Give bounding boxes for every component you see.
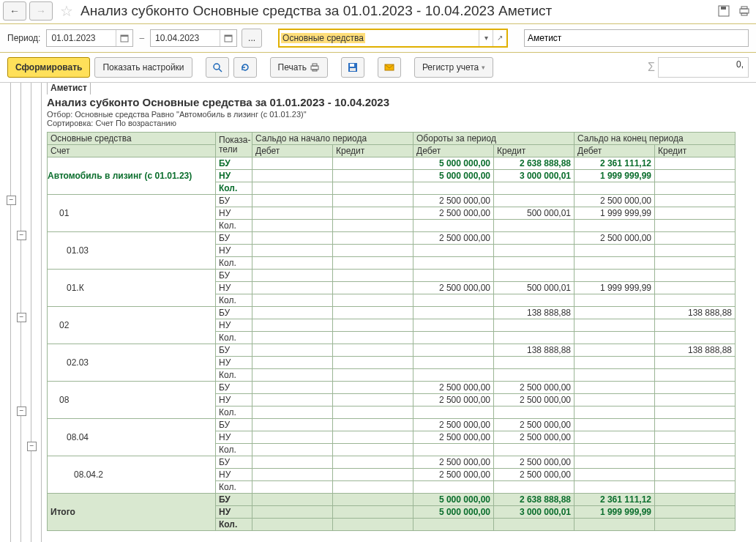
value-cell [333, 195, 413, 207]
outline-toggle[interactable]: − [17, 231, 26, 240]
value-cell [333, 332, 413, 344]
svg-rect-2 [740, 9, 749, 13]
value-cell: 1 999 999,99 [575, 170, 655, 182]
subconto-dropdown-icon[interactable]: ▾ [479, 30, 493, 46]
org-combo[interactable] [524, 29, 749, 47]
value-cell [655, 456, 736, 469]
value-cell [655, 282, 736, 294]
value-cell [333, 357, 413, 369]
value-cell [655, 431, 736, 444]
value-cell [655, 157, 736, 170]
value-cell [252, 469, 333, 481]
indicator-cell: Кол. [216, 444, 252, 456]
indicator-cell: НУ [216, 319, 252, 332]
value-cell [252, 394, 333, 406]
date-to-box[interactable] [150, 29, 237, 47]
mail-button[interactable] [378, 57, 401, 78]
row-name: 08.04.2 [48, 456, 216, 494]
table-row: 02.03БУ138 888,88138 888,88 [48, 344, 736, 357]
value-cell [655, 494, 736, 506]
outline-toggle[interactable]: − [17, 313, 26, 322]
outline-toggle[interactable]: − [27, 442, 37, 451]
value-cell [252, 406, 333, 419]
indicator-cell: НУ [216, 282, 252, 294]
date-from-box[interactable] [46, 29, 133, 47]
value-cell [655, 506, 736, 519]
save-button[interactable] [341, 57, 364, 78]
value-cell [252, 431, 333, 444]
value-cell [494, 294, 575, 307]
value-cell [252, 419, 333, 431]
value-cell: 2 638 888,88 [494, 157, 575, 170]
value-cell [575, 182, 655, 195]
value-cell [575, 344, 655, 357]
date-from-input[interactable] [47, 31, 116, 45]
indicator-cell: БУ [216, 307, 252, 319]
row-name: 01.03 [48, 232, 216, 270]
value-cell [494, 270, 575, 282]
value-cell: 2 500 000,00 [413, 195, 494, 207]
refresh-button[interactable] [233, 57, 257, 78]
subconto-combo[interactable]: Основные средства ▾ ↗ [278, 29, 508, 48]
report-sort: Сортировка: Счет По возрастанию [47, 119, 756, 127]
value-cell [575, 419, 655, 431]
value-cell [655, 319, 736, 332]
value-cell [494, 444, 575, 456]
value-cell [655, 257, 736, 270]
value-cell: 2 500 000,00 [494, 431, 575, 444]
period-select-button[interactable]: ... [242, 29, 262, 48]
favorite-star-icon[interactable]: ☆ [60, 2, 73, 20]
nav-back-button[interactable]: ← [3, 1, 26, 21]
save-disk-icon[interactable] [715, 3, 733, 19]
table-row: 02БУ138 888,88138 888,88 [48, 307, 736, 319]
calendar-to-icon[interactable] [220, 30, 236, 46]
hdr-end-debit: Дебет [575, 145, 655, 157]
hdr-end-credit: Кредит [655, 145, 736, 157]
row-name: 08.04 [48, 419, 216, 456]
value-cell: 2 500 000,00 [575, 195, 655, 207]
svg-rect-1 [721, 7, 726, 10]
value-cell [333, 257, 413, 270]
value-cell [333, 232, 413, 245]
value-cell: 138 888,88 [494, 344, 575, 357]
row-name: 02 [48, 307, 216, 344]
value-cell [333, 456, 413, 469]
value-cell [333, 431, 413, 444]
calendar-from-icon[interactable] [116, 30, 132, 46]
outline-toggle[interactable]: − [7, 196, 16, 205]
value-cell [252, 456, 333, 469]
value-cell [413, 294, 494, 307]
find-button[interactable] [206, 57, 229, 78]
form-button[interactable]: Сформировать [7, 57, 90, 78]
svg-rect-16 [350, 68, 356, 71]
value-cell [575, 307, 655, 319]
value-cell [252, 481, 333, 494]
table-row: Автомобиль в лизинг (с 01.01.23)БУ5 000 … [48, 157, 736, 170]
value-cell: 1 999 999,99 [575, 207, 655, 220]
print-label: Печать [278, 62, 307, 73]
value-cell [333, 307, 413, 319]
date-to-input[interactable] [151, 31, 220, 45]
value-cell [252, 506, 333, 519]
print-button[interactable]: Печать [270, 57, 328, 78]
register-button[interactable]: Регистр учета ▾ [414, 57, 493, 78]
value-cell: 2 500 000,00 [413, 382, 494, 394]
value-cell: 2 500 000,00 [413, 282, 494, 294]
row-name: 08 [48, 382, 216, 419]
value-cell [333, 182, 413, 195]
show-settings-button[interactable]: Показать настройки [94, 57, 192, 78]
outline-toggle[interactable]: − [17, 406, 26, 416]
value-cell [655, 232, 736, 245]
value-cell: 1 999 999,99 [575, 282, 655, 294]
print-icon[interactable] [736, 3, 753, 19]
org-input[interactable] [525, 31, 748, 45]
value-cell: 5 000 000,00 [413, 157, 494, 170]
indicator-cell: НУ [216, 207, 252, 220]
svg-point-9 [214, 64, 220, 70]
value-cell [655, 170, 736, 182]
nav-fwd-button[interactable]: → [29, 1, 53, 21]
subconto-open-icon[interactable]: ↗ [493, 30, 506, 46]
total-label: Итого [48, 494, 216, 531]
value-cell [494, 481, 575, 494]
value-cell [252, 332, 333, 344]
